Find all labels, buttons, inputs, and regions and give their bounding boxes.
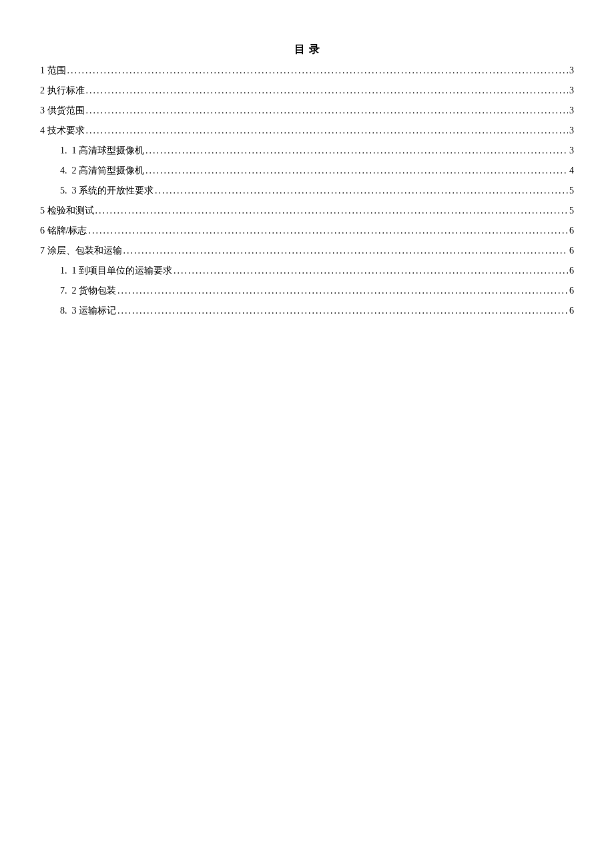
- toc-entry-page: 3: [569, 143, 574, 157]
- toc-leader: ........................................…: [117, 304, 568, 318]
- toc-entry-page: 6: [569, 284, 574, 298]
- toc-entry: 3 供货范围..................................…: [40, 103, 574, 117]
- toc-entry-label: 3 供货范围: [40, 103, 85, 117]
- toc-leader: ........................................…: [88, 224, 568, 238]
- toc-title: 目 录: [40, 43, 574, 57]
- toc-entry-label: 4. 2 高清筒型摄像机: [60, 163, 144, 177]
- toc-entry: 1. 1 到项目单位的运输要求.........................…: [40, 264, 574, 278]
- toc-leader: ........................................…: [67, 63, 569, 77]
- toc-leader: ........................................…: [145, 143, 568, 157]
- toc-leader: ........................................…: [86, 83, 569, 97]
- toc-entry-page: 3: [569, 63, 574, 77]
- toc-entry: 4 技术要求..................................…: [40, 123, 574, 137]
- toc-entry: 7. 2 货物包装...............................…: [40, 284, 574, 298]
- toc-entry-label: 1 范围: [40, 63, 66, 77]
- toc-entry-page: 6: [569, 304, 574, 318]
- toc-entry-page: 4: [569, 163, 574, 177]
- toc-leader: ........................................…: [117, 284, 568, 298]
- toc-leader: ........................................…: [95, 203, 569, 218]
- toc-leader: ........................................…: [123, 244, 569, 258]
- toc-entry: 7 涂层、包装和运输..............................…: [40, 244, 574, 258]
- toc-entry-label: 1. 1 到项目单位的运输要求: [60, 264, 172, 278]
- toc-entry-label: 8. 3 运输标记: [60, 304, 116, 318]
- toc-entry-label: 1. 1 高清球型摄像机: [60, 143, 144, 157]
- toc-entry: 6 铭牌/标志.................................…: [40, 224, 574, 238]
- toc-entry-label: 5 检验和测试: [40, 203, 94, 218]
- toc-entry-label: 5. 3 系统的开放性要求: [60, 183, 154, 197]
- toc-entry: 5. 3 系统的开放性要求...........................…: [40, 183, 574, 197]
- toc-leader: ........................................…: [86, 103, 569, 117]
- toc-leader: ........................................…: [145, 163, 568, 177]
- toc-entry-label: 2 执行标准: [40, 83, 85, 97]
- toc-entry-label: 6 铭牌/标志: [40, 224, 87, 238]
- toc-entry-page: 5: [569, 183, 574, 197]
- toc-entry-page: 6: [569, 264, 574, 278]
- toc-entry: 2 执行标准..................................…: [40, 83, 574, 97]
- toc-entry-label: 7. 2 货物包装: [60, 284, 116, 298]
- toc-entry-page: 3: [569, 83, 574, 97]
- toc-entry-label: 4 技术要求: [40, 123, 85, 137]
- toc-entry: 1. 1 高清球型摄像机............................…: [40, 143, 574, 157]
- toc-entry-label: 7 涂层、包装和运输: [40, 244, 122, 258]
- toc-list: 1 范围....................................…: [40, 63, 574, 318]
- toc-entry: 8. 3 运输标记...............................…: [40, 304, 574, 318]
- toc-entry: 5 检验和测试.................................…: [40, 203, 574, 218]
- toc-entry: 1 范围....................................…: [40, 63, 574, 77]
- toc-entry-page: 3: [569, 103, 574, 117]
- toc-entry-page: 6: [569, 244, 574, 258]
- toc-entry-page: 6: [569, 224, 574, 238]
- toc-entry: 4. 2 高清筒型摄像机............................…: [40, 163, 574, 177]
- toc-leader: ........................................…: [86, 123, 569, 137]
- toc-leader: ........................................…: [155, 183, 568, 197]
- document-page: 目 录 1 范围................................…: [0, 0, 614, 318]
- toc-leader: ........................................…: [174, 264, 568, 278]
- toc-entry-page: 3: [569, 123, 574, 137]
- toc-entry-page: 5: [569, 203, 574, 218]
